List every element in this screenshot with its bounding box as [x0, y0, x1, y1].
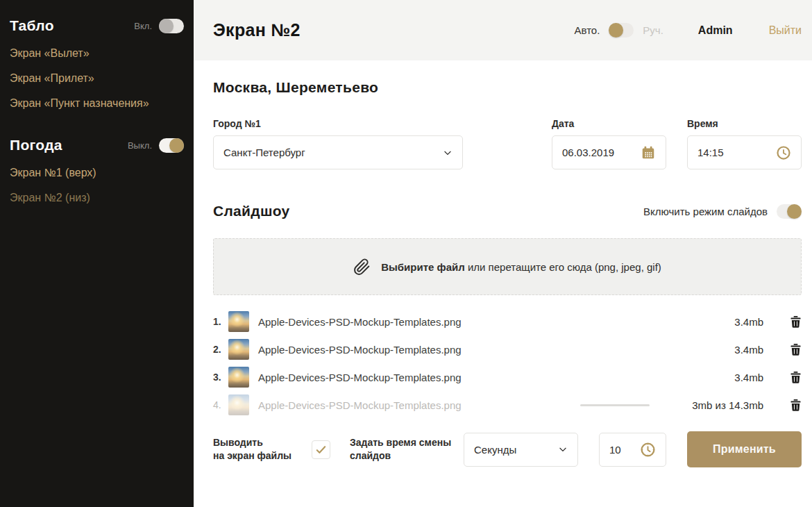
auto-manual-toggle[interactable]	[609, 23, 634, 38]
location-fields-row: Город №1 Санкт-Петербург Дата	[213, 118, 802, 169]
slideshow-toggle-wrap: Включить режим слайдов	[643, 204, 802, 219]
weather-toggle-wrap: Выкл.	[128, 138, 184, 153]
display-files-label: Выводить на экран файлы	[213, 436, 312, 463]
interval-value-wrap	[599, 433, 666, 467]
file-name: Apple-Devices-PSD-Mockup-Templates.png	[258, 399, 580, 411]
upload-progress-bar	[580, 404, 650, 406]
sidebar-item-departure-screen[interactable]: Экран «Вылет»	[10, 48, 184, 59]
weather-toggle-label: Выкл.	[128, 140, 152, 151]
board-toggle[interactable]	[159, 19, 184, 33]
file-thumbnail	[228, 394, 249, 415]
upload-progress-text: 3mb из 14.3mb	[666, 399, 763, 411]
board-toggle-knob	[159, 19, 174, 33]
file-number: 4.	[213, 399, 228, 410]
dropzone-hint-text: или перетащите его сюда (png, jpeg, gif)	[468, 261, 661, 273]
file-name: Apple-Devices-PSD-Mockup-Templates.png	[258, 316, 666, 328]
date-input-wrap	[552, 135, 666, 169]
dropzone-text: Выбирите файл или перетащите его сюда (p…	[381, 261, 661, 273]
check-icon	[315, 444, 327, 456]
file-list: 1. Apple-Devices-PSD-Mockup-Templates.pn…	[213, 308, 802, 419]
slideshow-toggle-knob	[787, 204, 802, 219]
slide-interval-label: Задать время смены слайдов	[350, 436, 464, 463]
trash-icon[interactable]	[790, 344, 802, 356]
interval-value-input[interactable]	[609, 444, 640, 456]
auto-mode-label: Авто.	[574, 24, 600, 36]
user-menu[interactable]: Admin	[698, 24, 733, 37]
city-field: Город №1 Санкт-Петербург	[213, 118, 463, 169]
board-toggle-wrap: Вкл.	[134, 19, 184, 33]
logout-link[interactable]: Выйти	[769, 24, 802, 37]
file-number: 3.	[213, 372, 228, 383]
interval-unit-select[interactable]: Секунды	[464, 433, 578, 467]
board-section-title: Табло	[10, 17, 54, 34]
slideshow-title: Слайдшоу	[213, 203, 290, 219]
file-dropzone[interactable]: Выбирите файл или перетащите его сюда (p…	[213, 238, 802, 295]
sidebar-item-weather-screen-2[interactable]: Экран №2 (низ)	[10, 192, 184, 203]
sidebar-item-weather-screen-1[interactable]: Экран №1 (верх)	[10, 167, 184, 178]
board-toggle-label: Вкл.	[134, 21, 152, 31]
file-thumbnail	[228, 367, 249, 388]
file-number: 1.	[213, 316, 228, 327]
weather-toggle[interactable]	[159, 138, 184, 153]
clock-icon[interactable]	[776, 145, 791, 160]
chevron-down-icon	[443, 148, 452, 158]
fields-spacer	[463, 118, 552, 169]
sidebar-section-weather: Погода Выкл.	[10, 137, 184, 153]
file-row-2: 2. Apple-Devices-PSD-Mockup-Templates.pn…	[213, 335, 802, 363]
file-name: Apple-Devices-PSD-Mockup-Templates.png	[258, 344, 666, 356]
city-select-value: Санкт-Петербург	[223, 147, 305, 158]
sidebar-item-arrival-screen[interactable]: Экран «Прилет»	[10, 73, 184, 84]
file-number: 2.	[213, 344, 228, 355]
auto-manual-toggle-knob	[609, 23, 623, 38]
topbar: Экран №2 Авто. Руч. Admin Выйти	[194, 0, 812, 60]
date-label: Дата	[552, 118, 666, 129]
display-files-checkbox[interactable]	[312, 440, 330, 459]
city-label: Город №1	[213, 118, 463, 129]
file-size: 3.4mb	[666, 316, 763, 328]
timer-clock-icon[interactable]	[640, 442, 656, 458]
manual-mode-label: Руч.	[643, 24, 663, 36]
page-title: Экран №2	[213, 20, 301, 40]
file-size: 3.4mb	[666, 372, 763, 383]
slideshow-footer: Выводить на экран файлы Задать время сме…	[213, 431, 802, 467]
apply-button[interactable]: Применить	[687, 431, 802, 467]
time-input[interactable]	[697, 147, 776, 158]
slideshow-toggle-label: Включить режим слайдов	[643, 206, 768, 217]
sidebar: Табло Вкл. Экран «Вылет» Экран «Прилет» …	[0, 0, 194, 507]
slideshow-toggle[interactable]	[777, 204, 802, 219]
time-field: Время	[687, 118, 802, 169]
file-row-3: 3. Apple-Devices-PSD-Mockup-Templates.pn…	[213, 363, 802, 391]
location-title: Москва, Шереметьево	[213, 79, 802, 96]
file-size: 3.4mb	[666, 344, 763, 356]
time-label: Время	[687, 118, 802, 129]
weather-section-title: Погода	[10, 137, 62, 153]
trash-icon[interactable]	[790, 372, 802, 383]
main-area: Экран №2 Авто. Руч. Admin Выйти Москва, …	[194, 0, 812, 507]
slideshow-section-header: Слайдшоу Включить режим слайдов	[213, 203, 802, 219]
trash-icon[interactable]	[790, 316, 802, 328]
sidebar-section-board: Табло Вкл.	[10, 17, 184, 34]
date-input[interactable]	[562, 147, 641, 158]
time-input-wrap	[687, 135, 802, 169]
weather-toggle-knob	[169, 138, 184, 153]
file-thumbnail	[228, 339, 249, 360]
chevron-down-icon	[558, 444, 568, 454]
file-row-4-uploading: 4. Apple-Devices-PSD-Mockup-Templates.pn…	[213, 391, 802, 419]
content: Москва, Шереметьево Город №1 Санкт-Петер…	[194, 60, 812, 507]
dropzone-action-text: Выбирите файл	[381, 261, 465, 273]
file-row-1: 1. Apple-Devices-PSD-Mockup-Templates.pn…	[213, 308, 802, 335]
paperclip-icon	[353, 258, 371, 276]
interval-unit-value: Секунды	[474, 444, 516, 456]
date-field: Дата	[552, 118, 666, 169]
city-select[interactable]: Санкт-Петербург	[213, 135, 463, 169]
trash-icon[interactable]	[790, 399, 802, 411]
file-name: Apple-Devices-PSD-Mockup-Templates.png	[258, 372, 666, 383]
sidebar-item-destination-screen[interactable]: Экран «Пункт назначения»	[10, 98, 184, 109]
topbar-right: Авто. Руч. Admin Выйти	[574, 23, 802, 38]
calendar-icon[interactable]	[641, 145, 656, 160]
file-thumbnail	[228, 311, 249, 332]
